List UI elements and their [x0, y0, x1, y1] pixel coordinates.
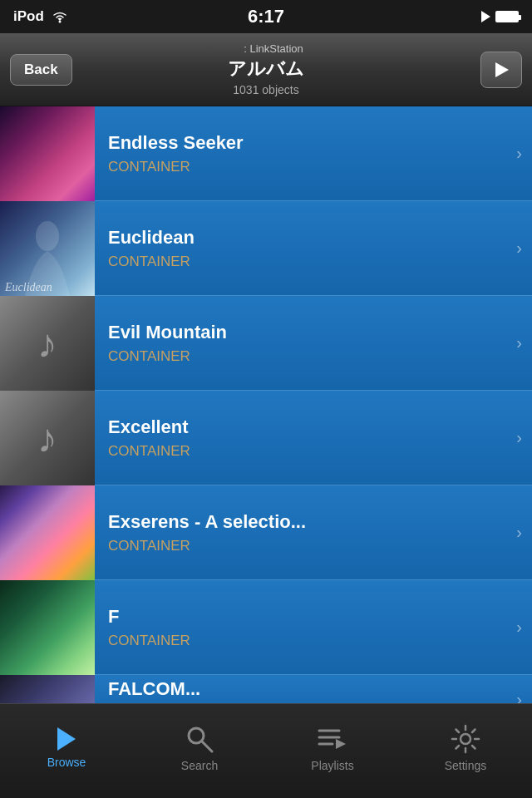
list-item[interactable]: ♪ Excellent CONTAINER ›	[0, 391, 532, 485]
tab-playlists-label: Playlists	[311, 759, 353, 772]
svg-point-4	[36, 221, 59, 251]
item-info: Endless Seeker CONTAINER	[95, 106, 516, 200]
playlists-icon	[318, 724, 347, 754]
album-art	[0, 485, 95, 580]
play-button[interactable]	[480, 52, 522, 88]
chevron-right-icon: ›	[516, 391, 532, 485]
settings-icon	[451, 724, 480, 754]
nav-bar: Back : LinkStation アルバム 1031 objects	[0, 33, 532, 106]
wifi-icon	[51, 10, 69, 23]
album-art-svg: Euclidean	[0, 201, 95, 296]
svg-line-18	[472, 729, 475, 732]
item-info: F CONTAINER	[95, 580, 516, 674]
svg-marker-10	[336, 739, 346, 749]
item-info: Excellent CONTAINER	[95, 391, 516, 485]
play-icon	[492, 61, 510, 79]
item-info: Evil Mountain CONTAINER	[95, 296, 516, 390]
tab-search-label: Search	[181, 759, 218, 772]
tab-bar: Browse Search Playlists	[0, 703, 532, 798]
status-right	[481, 11, 519, 22]
browse-icon	[57, 727, 76, 751]
tab-browse[interactable]: Browse	[0, 704, 133, 798]
item-info: Exserens - A selectio... CONTAINER	[95, 485, 516, 579]
album-art	[0, 675, 95, 703]
item-info: Euclidean CONTAINER	[95, 201, 516, 295]
item-title: Endless Seeker	[108, 132, 503, 154]
nav-subtitle: : LinkStation	[229, 42, 303, 55]
music-note-icon: ♪	[37, 321, 57, 367]
chevron-right-icon: ›	[516, 675, 532, 703]
svg-point-11	[461, 734, 470, 744]
status-time: 6:17	[248, 6, 284, 27]
album-art	[0, 580, 95, 675]
chevron-right-icon: ›	[516, 580, 532, 674]
item-title: F	[108, 606, 503, 628]
item-subtitle: CONTAINER	[108, 538, 503, 554]
list-item[interactable]: Euclidean Euclidean CONTAINER ›	[0, 201, 532, 296]
svg-line-17	[472, 746, 475, 749]
svg-line-16	[456, 729, 460, 732]
nav-count: 1031 objects	[233, 83, 298, 96]
album-art: ♪	[0, 296, 95, 391]
svg-line-19	[456, 746, 460, 749]
placeholder-art: ♪	[0, 391, 95, 485]
list-item[interactable]: Exserens - A selectio... CONTAINER ›	[0, 485, 532, 580]
tab-settings[interactable]: Settings	[399, 704, 532, 798]
search-icon	[185, 724, 214, 754]
play-status-icon	[481, 11, 490, 22]
tab-search[interactable]: Search	[133, 704, 266, 798]
music-note-icon: ♪	[37, 416, 57, 461]
status-bar: iPod 6:17	[0, 0, 532, 33]
svg-point-0	[58, 21, 61, 23]
tab-browse-label: Browse	[47, 756, 86, 769]
item-title: Euclidean	[108, 227, 503, 249]
tab-playlists[interactable]: Playlists	[266, 704, 399, 798]
svg-marker-1	[495, 62, 509, 77]
album-art: Euclidean	[0, 201, 95, 296]
list-container: Endless Seeker CONTAINER › Euclidean	[0, 106, 532, 703]
list-item[interactable]: ♪ Evil Mountain CONTAINER ›	[0, 296, 532, 391]
item-title: Exserens - A selectio...	[108, 511, 503, 533]
item-subtitle: CONTAINER	[108, 443, 503, 460]
list-item[interactable]: F CONTAINER ›	[0, 580, 532, 675]
item-title: Excellent	[108, 416, 503, 438]
chevron-right-icon: ›	[516, 485, 532, 579]
battery-icon	[495, 11, 519, 22]
placeholder-art: ♪	[0, 296, 95, 391]
item-subtitle: CONTAINER	[108, 348, 503, 365]
list-item[interactable]: FALCOM... CONTAINER ›	[0, 675, 532, 703]
item-title: FALCOM...	[108, 678, 503, 700]
svg-line-6	[202, 741, 212, 751]
device-label: iPod	[13, 8, 44, 25]
item-subtitle: CONTAINER	[108, 159, 503, 175]
album-art	[0, 106, 95, 201]
chevron-right-icon: ›	[516, 201, 532, 295]
item-info: FALCOM... CONTAINER	[95, 675, 516, 703]
album-art: ♪	[0, 391, 95, 485]
chevron-right-icon: ›	[516, 296, 532, 390]
item-subtitle: CONTAINER	[108, 633, 503, 649]
chevron-right-icon: ›	[516, 106, 532, 200]
item-subtitle: CONTAINER	[108, 254, 503, 270]
status-left: iPod	[13, 8, 69, 25]
back-button[interactable]: Back	[10, 54, 72, 86]
list-item[interactable]: Endless Seeker CONTAINER ›	[0, 106, 532, 201]
nav-title: アルバム	[228, 57, 304, 81]
item-title: Evil Mountain	[108, 322, 503, 343]
tab-settings-label: Settings	[445, 759, 487, 772]
